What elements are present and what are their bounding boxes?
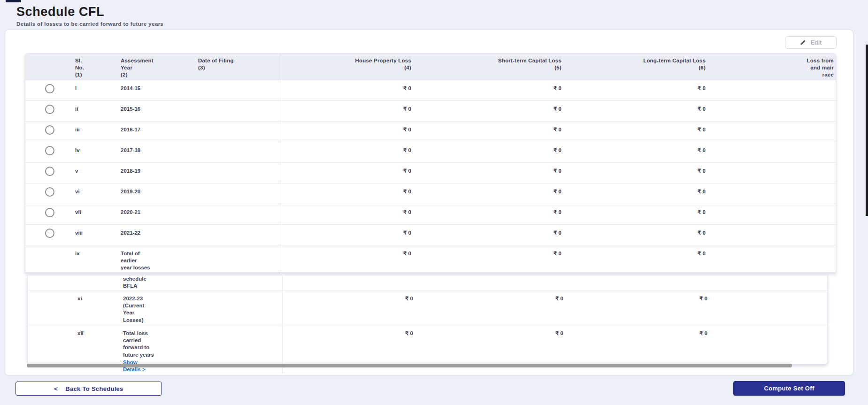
cell-loss-from-race-horses <box>715 275 827 290</box>
table-row: xi2022-23 (Current Year Losses)₹ 0₹ 0₹ 0 <box>28 290 827 325</box>
header-house-property-loss: House Property Loss (4) <box>281 53 419 80</box>
edit-button-label: Edit <box>811 39 822 46</box>
cell-short-term-capital-loss: ₹ 0 <box>419 163 569 183</box>
edit-button[interactable]: Edit <box>785 36 837 49</box>
cell-short-term-capital-loss: ₹ 0 <box>419 142 569 162</box>
cell-long-term-capital-loss <box>571 275 715 290</box>
cell-loss-from-race-horses <box>713 122 837 142</box>
cell-assessment-year: 2018-19 <box>121 163 198 183</box>
row-radio-button[interactable] <box>45 146 54 155</box>
cell-long-term-capital-loss: ₹ 0 <box>569 245 713 273</box>
cell-sl-no: i <box>75 80 121 100</box>
cell-sl-no: vi <box>75 183 121 204</box>
cell-long-term-capital-loss: ₹ 0 <box>569 163 713 183</box>
compute-button-label: Compute Set Off <box>764 385 814 392</box>
cell-radio <box>25 204 75 224</box>
cell-date-of-filing <box>198 122 281 142</box>
table-row: viii2021-22₹ 0₹ 0₹ 0 <box>25 224 836 245</box>
cell-short-term-capital-loss: ₹ 0 <box>419 245 569 273</box>
table-row: ii2015-16₹ 0₹ 0₹ 0 <box>25 100 836 121</box>
back-button-label: Back To Schedules <box>65 385 123 392</box>
chevron-left-icon: < <box>54 385 58 392</box>
cell-house-property-loss: ₹ 0 <box>283 290 421 325</box>
cell-date-of-filing <box>198 80 281 100</box>
cell-loss-from-race-horses <box>713 204 837 224</box>
cell-date-of-filing <box>198 163 281 183</box>
header-short-term-capital-loss: Short-term Capital Loss (5) <box>419 53 569 80</box>
cell-assessment-year: Total of earlier year losses <box>121 245 198 273</box>
cell-assessment-year: 2016-17 <box>121 122 198 142</box>
cell-radio <box>25 101 75 121</box>
cell-short-term-capital-loss: ₹ 0 <box>419 225 569 245</box>
header-date-of-filing: Date of Filing (3) <box>198 53 281 80</box>
cell-short-term-capital-loss: ₹ 0 <box>419 183 569 204</box>
schedule-cfl-card: Edit Sl. No. (1) Assessment Year (2) Dat… <box>5 30 853 375</box>
header-long-term-capital-loss: Long-term Capital Loss (6) <box>569 53 713 80</box>
cell-loss-from-race-horses <box>713 183 837 204</box>
table-header-row: Sl. No. (1) Assessment Year (2) Date of … <box>25 53 836 80</box>
cell-short-term-capital-loss <box>421 275 571 290</box>
header-assessment-year: Assessment Year (2) <box>121 53 198 80</box>
cell-long-term-capital-loss: ₹ 0 <box>569 101 713 121</box>
cell-assessment-year: 2022-23 (Current Year Losses) <box>123 290 200 325</box>
cell-house-property-loss: ₹ 0 <box>281 204 419 224</box>
cell-date-of-filing <box>198 101 281 121</box>
compute-set-off-button[interactable]: Compute Set Off <box>733 381 845 396</box>
vertical-scrollbar-thumb[interactable] <box>866 45 868 216</box>
table-row: iii2016-17₹ 0₹ 0₹ 0 <box>25 121 836 142</box>
cell-assessment-year: 2015-16 <box>121 101 198 121</box>
cell-short-term-capital-loss: ₹ 0 <box>419 122 569 142</box>
cell-sl-no: iv <box>75 142 121 162</box>
cell-radio <box>28 275 77 290</box>
cell-assessment-year: 2017-18 <box>121 142 198 162</box>
table-row: v2018-19₹ 0₹ 0₹ 0 <box>25 162 836 183</box>
table-row: iv2017-18₹ 0₹ 0₹ 0 <box>25 142 836 162</box>
cell-loss-from-race-horses <box>713 225 837 245</box>
cell-assessment-year: 2019-20 <box>121 183 198 204</box>
cell-long-term-capital-loss: ₹ 0 <box>569 142 713 162</box>
cell-house-property-loss: ₹ 0 <box>281 142 419 162</box>
row-radio-button[interactable] <box>45 125 54 135</box>
row-radio-button[interactable] <box>45 187 54 197</box>
cell-long-term-capital-loss: ₹ 0 <box>569 183 713 204</box>
cell-loss-from-race-horses <box>713 80 837 100</box>
cell-loss-from-race-horses <box>715 290 827 325</box>
row-radio-button[interactable] <box>45 229 54 238</box>
header-radio-spacer <box>25 53 75 80</box>
page-subtitle: Details of losses to be carried forward … <box>16 21 163 27</box>
cell-house-property-loss: ₹ 0 <box>281 225 419 245</box>
cell-loss-from-race-horses <box>713 163 837 183</box>
cfl-table-upper: Sl. No. (1) Assessment Year (2) Date of … <box>25 53 836 273</box>
header-sl-no: Sl. No. (1) <box>75 53 121 80</box>
cell-assessment-year: 2020-21 <box>121 204 198 224</box>
cell-date-of-filing <box>198 204 281 224</box>
cell-sl-no: vii <box>75 204 121 224</box>
row-radio-button[interactable] <box>45 84 54 93</box>
cell-short-term-capital-loss: ₹ 0 <box>421 290 571 325</box>
cell-house-property-loss: ₹ 0 <box>281 245 419 273</box>
page-title: Schedule CFL <box>16 5 104 19</box>
row-radio-button[interactable] <box>45 208 54 217</box>
cfl-table-lower: schedule BFLAxi2022-23 (Current Year Los… <box>27 275 828 365</box>
header-loss-from-race-horses-clipped: Loss from and mair race <box>713 53 837 80</box>
cell-sl-no <box>77 275 123 290</box>
cell-date-of-filing <box>198 225 281 245</box>
top-edge-artifact <box>6 0 21 2</box>
back-to-schedules-button[interactable]: < Back To Schedules <box>15 382 162 396</box>
cell-house-property-loss: ₹ 0 <box>281 101 419 121</box>
cell-date-of-filing <box>200 290 283 325</box>
row-radio-button[interactable] <box>45 105 54 114</box>
cell-house-property-loss <box>283 275 421 290</box>
cell-assessment-year: 2014-15 <box>121 80 198 100</box>
cell-long-term-capital-loss: ₹ 0 <box>569 204 713 224</box>
cell-short-term-capital-loss: ₹ 0 <box>419 80 569 100</box>
cell-house-property-loss: ₹ 0 <box>281 80 419 100</box>
cell-long-term-capital-loss: ₹ 0 <box>569 122 713 142</box>
table-row: xiiTotal loss carried forward to future … <box>28 325 827 365</box>
row-radio-button[interactable] <box>45 167 54 176</box>
table-row: ixTotal of earlier year losses₹ 0₹ 0₹ 0 <box>25 245 836 273</box>
horizontal-scrollbar-thumb[interactable] <box>27 364 792 367</box>
cell-date-of-filing <box>198 245 281 273</box>
cell-sl-no: viii <box>75 225 121 245</box>
cell-sl-no: ix <box>75 245 121 273</box>
